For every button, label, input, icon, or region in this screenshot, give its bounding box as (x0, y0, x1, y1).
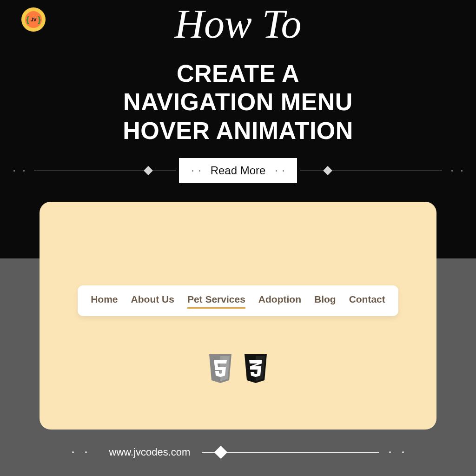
footer-dots-right (379, 451, 414, 453)
divider-line-left (34, 171, 148, 171)
css3-icon (242, 353, 270, 385)
headline-line-1: CREATE A (0, 60, 476, 88)
decorative-dots-left (4, 170, 34, 172)
diamond-icon (323, 166, 332, 175)
headline-line-3: HOVER ANIMATION (0, 117, 476, 145)
eyebrow-text: How To (0, 4, 476, 45)
diamond-icon (214, 446, 227, 459)
headline-line-2: NAVIGATION MENU (0, 88, 476, 116)
footer-url[interactable]: www.jvcodes.com (109, 446, 191, 458)
footer-row: www.jvcodes.com (0, 446, 476, 458)
nav-item-home[interactable]: Home (91, 294, 118, 308)
divider-line-right (328, 171, 442, 171)
decorative-dots-icon (276, 170, 284, 172)
tech-badges (0, 353, 476, 385)
html5-icon (206, 353, 234, 385)
read-more-button[interactable]: Read More (179, 158, 298, 183)
divider-with-cta: Read More (0, 158, 476, 183)
page-title: CREATE A NAVIGATION MENU HOVER ANIMATION (0, 60, 476, 145)
nav-item-about[interactable]: About Us (131, 294, 174, 308)
nav-item-adoption[interactable]: Adoption (258, 294, 301, 308)
decorative-dots-right (442, 170, 472, 172)
footer-dots-left (62, 451, 97, 453)
nav-item-contact[interactable]: Contact (349, 294, 385, 308)
diamond-icon (144, 166, 153, 175)
demo-nav-bar: Home About Us Pet Services Adoption Blog… (78, 285, 398, 316)
footer-line-right (221, 452, 379, 453)
preview-card: Home About Us Pet Services Adoption Blog… (40, 202, 436, 430)
read-more-label: Read More (211, 164, 266, 177)
nav-item-services[interactable]: Pet Services (187, 294, 245, 308)
decorative-dots-icon (192, 170, 200, 172)
nav-item-blog[interactable]: Blog (314, 294, 336, 308)
